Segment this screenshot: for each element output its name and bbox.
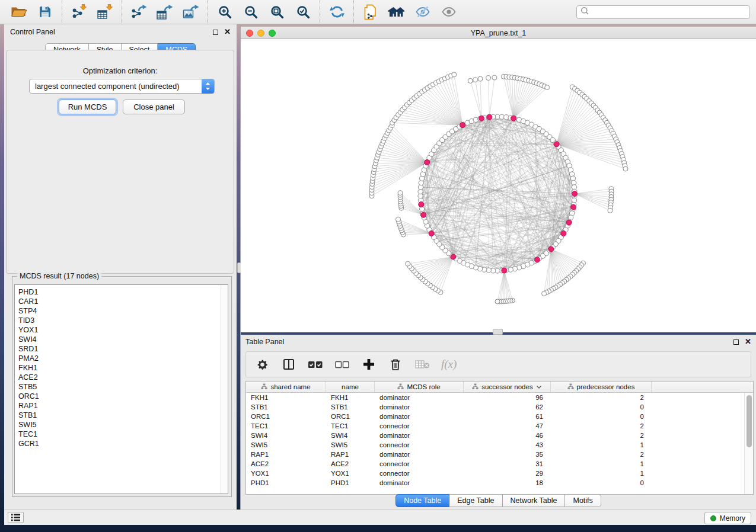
cell-successor-nodes: 29 xyxy=(464,470,551,477)
cell-shared-name: RAP1 xyxy=(246,451,326,458)
minimize-window-icon[interactable] xyxy=(257,30,264,37)
horizontal-splitter-grip[interactable] xyxy=(493,329,503,335)
column-header-predecessor-nodes[interactable]: predecessor nodes xyxy=(551,382,652,392)
refresh-layout-icon[interactable] xyxy=(327,2,346,21)
delete-icon[interactable] xyxy=(388,357,403,372)
search-icon xyxy=(580,7,589,18)
show-columns-icon[interactable] xyxy=(281,357,296,372)
zoom-in-icon[interactable] xyxy=(215,2,234,21)
network-graph[interactable] xyxy=(241,39,756,332)
network-canvas[interactable] xyxy=(241,39,756,332)
close-table-panel-icon[interactable]: ✕ xyxy=(745,339,751,345)
duplicate-network-icon[interactable] xyxy=(361,2,380,21)
cell-successor-nodes: 47 xyxy=(464,422,551,430)
cell-predecessor-nodes: 0 xyxy=(551,403,652,411)
mcds-result-item[interactable]: SRD1 xyxy=(15,344,228,354)
first-neighbors-icon[interactable] xyxy=(387,2,406,21)
mcds-result-item[interactable]: RAP1 xyxy=(15,401,228,411)
show-all-icon[interactable] xyxy=(439,2,458,21)
zoom-fit-icon[interactable] xyxy=(267,2,286,21)
select-all-icon[interactable] xyxy=(308,357,323,372)
tab-motifs[interactable]: Motifs xyxy=(565,494,601,507)
table-scrollbar-thumb[interactable] xyxy=(747,395,752,447)
mcds-result-item[interactable]: CAR1 xyxy=(15,297,228,306)
export-table-icon[interactable] xyxy=(155,2,174,21)
cell-shared-name: SWI5 xyxy=(246,441,326,448)
mcds-result-item[interactable]: TEC1 xyxy=(15,430,228,439)
optimization-criterion-select[interactable]: largest connected component (undirected) xyxy=(29,79,215,94)
mcds-result-item[interactable]: SWI4 xyxy=(15,335,228,344)
cell-name: FKH1 xyxy=(326,394,375,401)
float-panel-icon[interactable] xyxy=(213,30,218,35)
cell-successor-nodes: 35 xyxy=(464,451,551,458)
cell-name: SWI5 xyxy=(326,441,375,448)
zoom-out-icon[interactable] xyxy=(241,2,260,21)
export-network-icon[interactable] xyxy=(129,2,148,21)
mcds-result-item[interactable]: TID3 xyxy=(15,316,228,325)
hide-selected-icon[interactable] xyxy=(413,2,432,21)
mcds-result-item[interactable]: PMA2 xyxy=(15,354,228,363)
task-history-button[interactable] xyxy=(8,512,24,523)
desktop: Control Panel ✕ NetworkStyleSelectMCDS O… xyxy=(0,0,756,532)
zoom-selected-icon[interactable] xyxy=(294,2,312,21)
tab-node-table[interactable]: Node Table xyxy=(395,494,449,507)
cell-MCDS-role: dominator xyxy=(375,394,464,401)
mcds-result-list[interactable]: PHD1CAR1STP4TID3YOX1SWI4SRD1PMA2FKH1ACE2… xyxy=(14,284,228,494)
cell-MCDS-role: connector xyxy=(375,441,464,448)
import-table-icon[interactable] xyxy=(95,2,114,21)
combo-stepper-icon xyxy=(202,79,214,94)
tab-edge-table[interactable]: Edge Table xyxy=(449,494,502,507)
search-box[interactable] xyxy=(576,5,750,19)
column-header-shared-name[interactable]: shared name xyxy=(246,382,326,392)
table-row[interactable]: PHD1PHD1dominator180 xyxy=(246,478,744,488)
mcds-result-item[interactable]: ORC1 xyxy=(15,392,228,401)
memory-button[interactable]: Memory xyxy=(704,512,751,524)
mcds-result-item[interactable]: FKH1 xyxy=(15,363,228,373)
table-row[interactable]: YOX1YOX1connector291 xyxy=(246,469,744,478)
import-network-icon[interactable] xyxy=(69,2,88,21)
deselect-all-icon[interactable] xyxy=(334,357,350,372)
table-settings-icon[interactable] xyxy=(254,357,270,372)
close-panel-button[interactable]: Close panel xyxy=(123,100,185,114)
table-row[interactable]: FKH1FKH1dominator962 xyxy=(246,393,744,402)
table-row[interactable]: STB1STB1dominator620 xyxy=(246,402,744,412)
mcds-result-item[interactable]: PHD1 xyxy=(15,287,228,297)
column-header-name[interactable]: name xyxy=(326,382,375,392)
memory-label: Memory xyxy=(720,514,745,523)
save-session-icon[interactable] xyxy=(36,2,55,21)
float-table-panel-icon[interactable] xyxy=(733,339,739,345)
maximize-window-icon[interactable] xyxy=(269,30,276,37)
cell-shared-name: YOX1 xyxy=(246,470,326,477)
table-row[interactable]: ORC1ORC1dominator610 xyxy=(246,412,744,421)
mcds-result-item[interactable]: STB5 xyxy=(15,382,228,392)
mcds-result-item[interactable]: YOX1 xyxy=(15,325,228,335)
mcds-result-item[interactable]: STP4 xyxy=(15,306,228,316)
mcds-tab-content: Optimization criterion: largest connecte… xyxy=(6,50,234,274)
column-header-MCDS-role[interactable]: MCDS role xyxy=(375,382,464,392)
cell-MCDS-role: dominator xyxy=(375,413,464,420)
cell-predecessor-nodes: 0 xyxy=(551,479,652,486)
table-scrollbar[interactable] xyxy=(744,393,753,494)
open-file-icon[interactable] xyxy=(9,2,28,21)
mcds-result-item[interactable]: STB1 xyxy=(15,411,228,420)
close-window-icon[interactable] xyxy=(246,30,253,37)
run-mcds-button[interactable]: Run MCDS xyxy=(59,100,116,114)
search-input[interactable] xyxy=(589,6,749,18)
table-panel: Table Panel ✕ f(x) shared namenameMCDS r… xyxy=(241,335,756,509)
table-row[interactable]: TEC1TEC1connector472 xyxy=(246,421,744,431)
table-row[interactable]: RAP1RAP1dominator352 xyxy=(246,450,744,459)
export-image-icon[interactable] xyxy=(181,2,200,21)
table-row[interactable]: ACE2ACE2connector311 xyxy=(246,459,744,469)
add-icon[interactable] xyxy=(361,357,377,372)
mcds-result-item[interactable]: SWI5 xyxy=(15,420,228,430)
cell-name: PHD1 xyxy=(326,479,375,486)
close-panel-icon[interactable]: ✕ xyxy=(224,29,231,35)
table-row[interactable]: SWI4SWI4dominator462 xyxy=(246,431,744,440)
cell-MCDS-role: dominator xyxy=(375,451,464,458)
column-header-successor-nodes[interactable]: successor nodes xyxy=(464,382,551,392)
mcds-list-scrollbar[interactable] xyxy=(221,285,228,493)
table-row[interactable]: SWI5SWI5connector431 xyxy=(246,440,744,450)
mcds-result-item[interactable]: ACE2 xyxy=(15,373,228,382)
tab-network-table[interactable]: Network Table xyxy=(503,494,566,507)
mcds-result-item[interactable]: GCR1 xyxy=(15,439,228,448)
